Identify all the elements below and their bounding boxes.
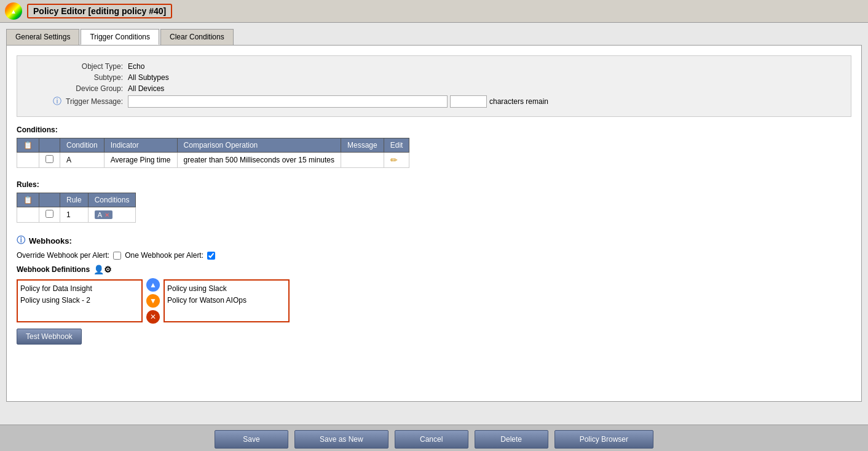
remove-button[interactable]: ✕ [146, 310, 160, 324]
rules-col-rule: Rule [60, 193, 89, 207]
webhook-defs-label: Webhook Definitions [17, 265, 90, 274]
conditions-col-icon: 📋 [17, 138, 39, 153]
webhook-info-icon: ⓘ [17, 235, 25, 246]
list-item: Policy for Watson AIOps [167, 295, 286, 306]
move-down-button[interactable]: ▼ [146, 294, 160, 308]
condition-remove-icon[interactable]: ✕ [105, 212, 109, 218]
conditions-row-message [341, 153, 384, 168]
override-row: Override Webhook per Alert: One Webhook … [17, 251, 851, 260]
trigger-message-input[interactable] [128, 95, 448, 108]
conditions-col-message: Message [341, 138, 384, 153]
save-as-new-button[interactable]: Save as New [294, 430, 389, 449]
list-item: Policy for Data Insight [20, 283, 139, 295]
rules-col-conditions: Conditions [88, 193, 136, 207]
subtype-label: Subtype: [30, 73, 128, 82]
trigger-message-row: ⓘ Trigger Message: 0 characters remain [30, 95, 838, 108]
tab-clear-conditions[interactable]: Clear Conditions [160, 29, 234, 45]
tab-general-settings[interactable]: General Settings [6, 29, 79, 45]
table-row: A Average Ping time greater than 500 Mil… [17, 153, 409, 168]
webhook-defs-row: Webhook Definitions 👤⚙ [17, 265, 851, 274]
conditions-col-edit: Edit [384, 138, 409, 153]
conditions-row-id: A [60, 153, 105, 168]
help-icon[interactable]: ⓘ [53, 96, 61, 106]
tabs: General Settings Trigger Conditions Clea… [6, 29, 862, 45]
webhook-defs-icon: 👤⚙ [93, 265, 112, 274]
chars-remain-text: characters remain [489, 97, 548, 106]
page-title: Policy Editor [editing policy #40] [27, 4, 172, 18]
move-up-button[interactable]: ▲ [146, 278, 160, 292]
conditions-checkbox[interactable] [45, 155, 53, 163]
condition-badge: A✕ [95, 210, 112, 219]
conditions-section-label: Conditions: [17, 126, 851, 134]
object-type-value: Echo [128, 62, 144, 71]
trigger-message-label: ⓘ Trigger Message: [30, 96, 128, 107]
rules-col-icon: 📋 [17, 193, 39, 207]
list-item: Policy using Slack [167, 283, 286, 295]
webhooks-title: ⓘ Webhooks: [17, 235, 851, 246]
app-logo: ▲ [5, 2, 22, 20]
conditions-col-condition: Condition [60, 138, 105, 153]
conditions-row-check [39, 153, 60, 168]
subtype-row: Subtype: All Subtypes [30, 73, 838, 82]
rules-row-conditions: A✕ [88, 207, 136, 223]
device-group-value: All Devices [128, 84, 164, 93]
rules-table-icon: 📋 [23, 196, 33, 204]
device-group-row: Device Group: All Devices [30, 84, 838, 93]
webhook-right-list[interactable]: Policy using Slack Policy for Watson AIO… [164, 279, 290, 322]
object-type-row: Object Type: Echo [30, 62, 838, 71]
rules-section-label: Rules: [17, 180, 851, 189]
webhooks-section: ⓘ Webhooks: Override Webhook per Alert: … [17, 235, 851, 345]
conditions-row-indicator: Average Ping time [104, 153, 177, 168]
delete-button[interactable]: Delete [475, 430, 548, 449]
title-bar: ▲ Policy Editor [editing policy #40] [0, 0, 868, 23]
override-checkbox[interactable] [113, 252, 121, 260]
conditions-row-comparison: greater than 500 Milliseconds over 15 mi… [177, 153, 341, 168]
panel: Object Type: Echo Subtype: All Subtypes … [6, 45, 862, 402]
rules-row-id: 1 [60, 207, 89, 223]
webhook-lists-area: Policy for Data Insight Policy using Sla… [17, 278, 851, 324]
save-button[interactable]: Save [215, 430, 288, 449]
webhook-left-list[interactable]: Policy for Data Insight Policy using Sla… [17, 279, 143, 322]
conditions-row-edit: ✏ [384, 153, 409, 168]
char-count-input[interactable]: 0 [450, 95, 487, 108]
conditions-row-icon [17, 153, 39, 168]
conditions-col-check [39, 138, 60, 153]
conditions-col-comparison: Comparison Operation [177, 138, 341, 153]
one-webhook-label: One Webhook per Alert: [125, 251, 203, 260]
tab-trigger-conditions[interactable]: Trigger Conditions [81, 29, 159, 45]
conditions-table: 📋 Condition Indicator Comparison Operati… [17, 138, 409, 168]
table-row: 1 A✕ [17, 207, 136, 223]
rules-row-icon [17, 207, 39, 223]
arrow-buttons: ▲ ▼ ✕ [146, 278, 160, 324]
device-group-label: Device Group: [30, 84, 128, 93]
policy-browser-button[interactable]: Policy Browser [554, 430, 653, 449]
table-icon: 📋 [23, 141, 33, 150]
info-section: Object Type: Echo Subtype: All Subtypes … [17, 55, 851, 117]
bottom-bar: Save Save as New Cancel Delete Policy Br… [0, 425, 868, 451]
conditions-col-indicator: Indicator [104, 138, 177, 153]
main-content: General Settings Trigger Conditions Clea… [0, 23, 868, 425]
one-webhook-checkbox[interactable] [207, 252, 215, 260]
rules-row-check [39, 207, 60, 223]
rules-col-check [39, 193, 60, 207]
test-webhook-button[interactable]: Test Webhook [17, 329, 82, 345]
rules-table: 📋 Rule Conditions 1 [17, 193, 136, 223]
rules-checkbox[interactable] [45, 210, 53, 218]
cancel-button[interactable]: Cancel [395, 430, 468, 449]
edit-pencil-icon[interactable]: ✏ [390, 155, 398, 165]
list-item: Policy using Slack - 2 [20, 295, 139, 306]
subtype-value: All Subtypes [128, 73, 169, 82]
override-label: Override Webhook per Alert: [17, 251, 109, 260]
object-type-label: Object Type: [30, 62, 128, 71]
